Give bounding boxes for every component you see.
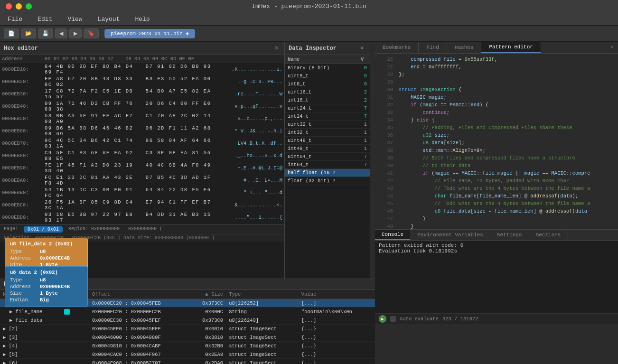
- pattern-row-filename[interactable]: ▶ file_name 0x0000EC20 : 0x0000EC2B 0x00…: [0, 308, 375, 316]
- titlebar: ImHex - pieeprom-2023-01-11.bin: [0, 0, 618, 13]
- hex-panel-header: Hex editor ×: [0, 42, 284, 55]
- code-line: 29: [375, 78, 618, 86]
- inspector-row[interactable]: uint24_t7: [285, 104, 370, 112]
- inspector-row[interactable]: uint16_t2: [285, 88, 370, 96]
- hex-row[interactable]: 0000EB60: 09 B6 5A 88 D6 46 46 82 06 2D …: [0, 125, 284, 137]
- hex-row[interactable]: 0000EB80: C9 5F C1 B3 68 6F FA 92 C3 8E …: [0, 149, 284, 162]
- hex-row[interactable]: 0000EBB0: 54 1B 13 DC C3 0B F0 91 64 84 …: [0, 187, 284, 199]
- col-offset: Offset: [89, 290, 190, 299]
- menu-view[interactable]: View: [65, 15, 85, 24]
- left-half: Hex editor × Address 00 01 02 03 04 05 0…: [0, 42, 375, 364]
- menu-file[interactable]: File: [5, 15, 25, 24]
- bottom-tab-env[interactable]: Environment Variables: [411, 230, 490, 240]
- hex-row[interactable]: 0000EB30: 17 C8 72 7A F2 C5 1E D8 54 B0 …: [0, 88, 284, 100]
- pattern-row-3[interactable]: ▶ [3] 0x00046000 : 0x0004980F 0x3810 str…: [0, 333, 375, 342]
- inspector-row[interactable]: uint32_t1: [285, 121, 370, 129]
- bottom-tab-sections[interactable]: Sections: [529, 230, 568, 240]
- hex-row[interactable]: 0000EB50: 53 BB A3 6F 91 EF AC F7 C1 70 …: [0, 112, 284, 125]
- toolbar-forward[interactable]: ▶: [69, 28, 82, 38]
- run-bar: ▶ Auto evaluate 323 / 131072: [375, 313, 618, 324]
- inspector-col-value: V: [358, 55, 370, 64]
- page-indicator: 0x01 / 0x01: [24, 226, 63, 233]
- inspector-row-selected[interactable]: half float (16 7: [285, 169, 370, 177]
- hex-content[interactable]: 0000EB10: 84 4B 9D BD EF 8D B4 D4 D7 91 …: [0, 63, 284, 224]
- console-line: Pattern exited with code: 0: [379, 243, 614, 248]
- tab-bookmarks[interactable]: Bookmarks: [375, 42, 419, 53]
- pattern-row-4[interactable]: ▶ [4] 0x00049810 : 0x0004CABF 0x32B0 str…: [0, 342, 375, 350]
- inspector-col-name: Name: [285, 55, 358, 64]
- run-indicator[interactable]: [390, 316, 396, 322]
- bytes-header: 00 01 02 03 04 05 06 07 08 09 0A 0B 0C 0…: [45, 56, 282, 62]
- hex-row[interactable]: 0000EB70: 9C 4C 5C 34 B6 42 C1 74 96 58 …: [0, 137, 284, 149]
- code-line: 38 std::mem::AlignTo<8>;: [375, 147, 618, 154]
- run-button[interactable]: ▶: [379, 315, 386, 323]
- menu-layout[interactable]: Layout: [95, 15, 123, 24]
- minimize-button[interactable]: [16, 3, 22, 9]
- code-line: 41 if (magic == MAGIC::file_magic || mag…: [375, 169, 618, 177]
- bottom-tab-console[interactable]: Console: [375, 230, 411, 240]
- close-button[interactable]: [6, 3, 12, 9]
- code-line: 45 // Todo what are the 4 bytes between …: [375, 200, 618, 207]
- auto-evaluate-label: Auto evaluate: [400, 316, 439, 322]
- window-controls: [6, 3, 32, 9]
- toolbar-new[interactable]: 📄: [4, 28, 19, 38]
- inspector-row[interactable]: float (32 bit) 7: [285, 177, 370, 185]
- code-line: 42 // File name, 12 bytes, padded with 0…: [375, 177, 618, 185]
- hex-row[interactable]: 0000EB10: 84 4B 9D BD EF 8D B4 D4 D7 91 …: [0, 63, 284, 75]
- hex-row[interactable]: 0000EBC0: 26 F5 1A 8F 85 C9 8D C4 E7 94 …: [0, 199, 284, 211]
- maximize-button[interactable]: [26, 3, 32, 9]
- inspector-row[interactable]: int32_t1: [285, 129, 370, 137]
- pattern-row-2[interactable]: ▶ [2] 0x00045FF0 : 0x00045FFF 0x0010 str…: [0, 325, 375, 333]
- pattern-row-filedata[interactable]: ▶ file_data 0x0000EC30 : 0x00045FEF 0x37…: [0, 316, 375, 325]
- col-type: Type: [226, 290, 299, 299]
- inspector-row[interactable]: uint64_t7: [285, 153, 370, 161]
- inspector-row[interactable]: uint48_t1: [285, 137, 370, 145]
- inspector-row[interactable]: int16_t2: [285, 96, 370, 104]
- color-swatch: [64, 309, 70, 315]
- tab-pattern-editor[interactable]: Pattern editor: [481, 42, 541, 53]
- right-layout: Bookmarks Find Hashes Pattern editor × 2…: [375, 42, 618, 364]
- hex-row[interactable]: 0000EBD0: 03 18 E5 BB 97 22 97 E8 B4 DD …: [0, 211, 284, 224]
- inspector-row[interactable]: int48_t1: [285, 145, 370, 153]
- inspector-title: Data Inspector: [289, 45, 337, 52]
- tab-hashes[interactable]: Hashes: [447, 42, 482, 53]
- page-label: Page:: [4, 226, 18, 233]
- code-line: 26 compressed_file = 0x55aaf33f,: [375, 56, 618, 63]
- inspector-table: Name V Binary (8 bit)0 uint8_t9 int8_t9 …: [285, 55, 370, 185]
- col-size: ▲ Size: [190, 290, 226, 299]
- inspector-row[interactable]: Binary (8 bit)0: [285, 64, 370, 72]
- bottom-tab-settings[interactable]: Settings: [490, 230, 529, 240]
- inspector-row[interactable]: int24_t7: [285, 112, 370, 121]
- col-value: Value: [299, 290, 375, 299]
- inspector-row[interactable]: int64_t7: [285, 161, 370, 169]
- hex-panel-close[interactable]: ×: [273, 45, 281, 52]
- menu-help[interactable]: Help: [132, 15, 152, 24]
- inspector-row[interactable]: uint8_t9: [285, 72, 370, 80]
- tab-find[interactable]: Find: [419, 42, 447, 53]
- tab-close[interactable]: ×: [610, 44, 614, 51]
- inspector-close[interactable]: ×: [358, 45, 366, 52]
- toolbar-open[interactable]: 📂: [21, 28, 36, 38]
- page-progress: 323 / 131072: [442, 316, 478, 322]
- hex-row[interactable]: 0000EB40: 09 1A 71 46 D2 CB FF 76 20 D6 …: [0, 100, 284, 112]
- code-line: 40 // to their data: [375, 162, 618, 169]
- hex-row[interactable]: 0000EB90: 7E 1F 45 F1 A3 D0 23 19 40 4C …: [0, 162, 284, 174]
- code-line: 32 if (magic == MAGIC::end) {: [375, 101, 618, 109]
- region-info: Region: 0x00000000 - 0x00080000 (: [68, 226, 162, 233]
- toolbar-save[interactable]: 💾: [38, 28, 53, 38]
- pattern-row-6[interactable]: ▶ [6] 0x0004F968 : 0x00052707 0x2DA0 str…: [0, 359, 375, 364]
- menu-edit[interactable]: Edit: [35, 15, 55, 24]
- toolbar-bookmark[interactable]: 🔖: [84, 28, 99, 38]
- hex-row[interactable]: 0000EBA0: FC E1 23 DC 81 AA 43 2E D7 B5 …: [0, 174, 284, 187]
- code-line: 33 continue;: [375, 109, 618, 116]
- main-layout: Hex editor × Address 00 01 02 03 04 05 0…: [0, 42, 618, 364]
- hex-row[interactable]: 0000EB20: FE A8 67 20 8B 43 D3 33 B3 F3 …: [0, 75, 284, 88]
- inspector-row[interactable]: int8_t9: [285, 80, 370, 88]
- toolbar-back[interactable]: ◀: [55, 28, 67, 38]
- console-output: Pattern exited with code: 0 Evaluation t…: [375, 241, 618, 313]
- pattern-row-5[interactable]: ▶ [5] 0x0004CAC0 : 0x0004F967 0x2EA8 str…: [0, 350, 375, 359]
- code-line: 44 char file_name[file_name_len] @ addre…: [375, 192, 618, 200]
- bottom-tab-bar: Console Environment Variables Settings S…: [375, 230, 618, 241]
- open-file-tab[interactable]: pieeprom-2023-01-11.bin ●: [104, 29, 195, 38]
- code-editor[interactable]: 26 compressed_file = 0x55aaf33f, 27 end …: [375, 54, 618, 229]
